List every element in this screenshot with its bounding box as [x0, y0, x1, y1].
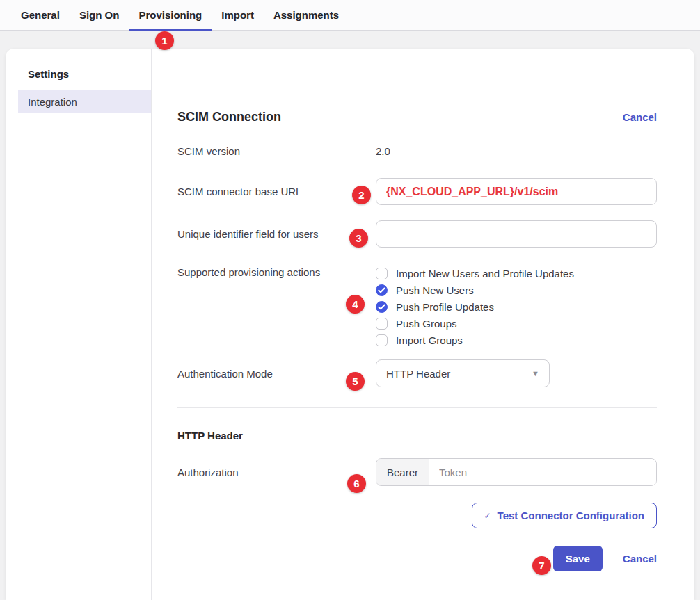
annotation-badge-6: 6: [347, 474, 366, 493]
annotation-badge-3: 3: [349, 229, 368, 248]
scim-version-label: SCIM version: [177, 145, 376, 157]
annotation-badge-7: 7: [532, 556, 551, 575]
auth-mode-select[interactable]: HTTP Header ▼: [376, 359, 550, 387]
check-icon: ✓: [484, 511, 491, 521]
provisioning-actions-row: Supported provisioning actions Import Ne…: [177, 266, 657, 346]
checkbox-import-new-users[interactable]: Import New Users and Profile Updates: [376, 268, 657, 279]
cancel-link-top[interactable]: Cancel: [623, 111, 657, 123]
tab-provisioning[interactable]: Provisioning: [129, 0, 212, 31]
save-button[interactable]: Save: [553, 546, 603, 571]
test-connector-row: ✓ Test Connector Configuration: [177, 503, 657, 528]
scim-connection-form: SCIM Connection Cancel SCIM version 2.0 …: [152, 49, 694, 600]
section-divider: [177, 407, 657, 408]
checkbox-push-groups[interactable]: Push Groups: [376, 318, 657, 330]
base-url-row: SCIM connector base URL: [177, 178, 657, 205]
dropdown-arrow-icon: ▼: [532, 369, 539, 378]
auth-mode-row: Authentication Mode HTTP Header ▼: [177, 359, 657, 387]
provisioning-card: Settings Integration SCIM Connection Can…: [6, 49, 694, 600]
checkbox-checked-icon[interactable]: [376, 284, 388, 296]
checkbox-checked-icon[interactable]: [376, 301, 388, 313]
settings-sidebar: Settings Integration: [6, 49, 152, 600]
token-input[interactable]: [429, 459, 656, 485]
annotation-badge-1: 1: [155, 31, 174, 50]
checkbox-unchecked-icon[interactable]: [376, 318, 388, 330]
checkbox-push-new-users[interactable]: Push New Users: [376, 284, 657, 296]
checkbox-unchecked-icon[interactable]: [376, 268, 388, 279]
provisioning-actions-group: Import New Users and Profile Updates Pus…: [376, 266, 657, 346]
http-header-heading: HTTP Header: [177, 430, 657, 441]
sidebar-heading: Settings: [6, 68, 151, 90]
panel-header: SCIM Connection Cancel: [177, 110, 657, 124]
annotation-badge-5: 5: [346, 372, 365, 391]
auth-mode-value: HTTP Header: [386, 368, 450, 380]
test-connector-button[interactable]: ✓ Test Connector Configuration: [472, 503, 657, 528]
base-url-input[interactable]: [376, 178, 657, 205]
app-tab-bar: General Sign On Provisioning Import Assi…: [0, 0, 700, 31]
scim-version-value: 2.0: [376, 145, 657, 157]
page-title: SCIM Connection: [177, 110, 281, 124]
form-footer: Save Cancel: [177, 546, 657, 571]
tab-sign-on[interactable]: Sign On: [70, 0, 129, 31]
tab-import[interactable]: Import: [212, 0, 264, 31]
base-url-label: SCIM connector base URL: [177, 186, 376, 197]
unique-id-label: Unique identifier field for users: [177, 228, 376, 240]
provisioning-page: General Sign On Provisioning Import Assi…: [0, 0, 700, 600]
annotation-badge-4: 4: [346, 295, 365, 314]
unique-id-row: Unique identifier field for users: [177, 220, 657, 248]
authorization-label: Authorization: [177, 467, 376, 478]
tab-assignments[interactable]: Assignments: [264, 0, 349, 31]
checkbox-unchecked-icon[interactable]: [376, 334, 388, 346]
bearer-prefix: Bearer: [376, 459, 429, 485]
unique-id-input[interactable]: [376, 220, 657, 248]
provisioning-actions-label: Supported provisioning actions: [177, 266, 376, 278]
authorization-row: Authorization Bearer: [177, 458, 657, 486]
checkbox-import-groups[interactable]: Import Groups: [376, 334, 657, 346]
checkbox-push-profile-updates[interactable]: Push Profile Updates: [376, 301, 657, 313]
cancel-link-bottom[interactable]: Cancel: [623, 553, 657, 565]
tab-general[interactable]: General: [11, 0, 70, 31]
scim-version-row: SCIM version 2.0: [177, 145, 657, 157]
annotation-badge-2: 2: [352, 186, 371, 204]
authorization-input-group: Bearer: [376, 458, 657, 486]
sidebar-item-integration[interactable]: Integration: [18, 90, 151, 113]
